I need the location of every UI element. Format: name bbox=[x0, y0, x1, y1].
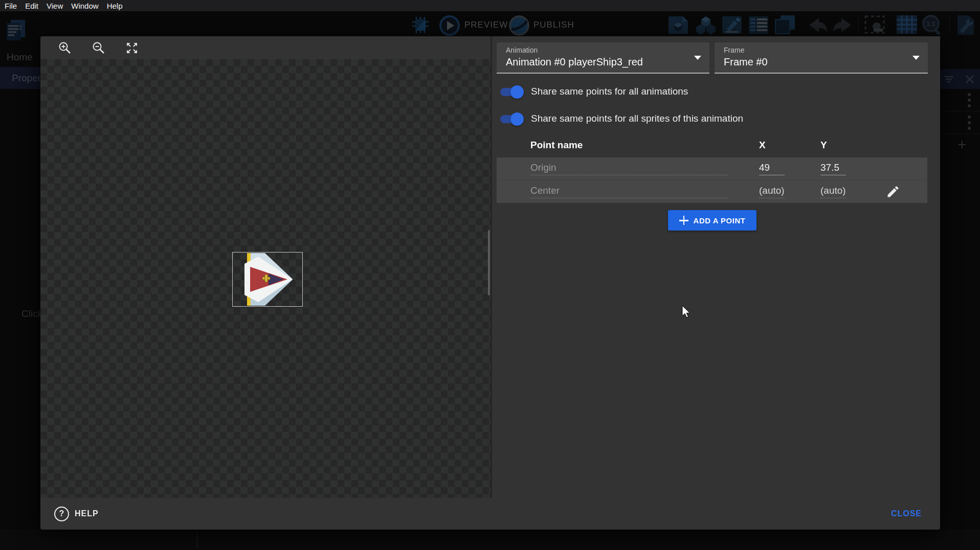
close-panel-icon[interactable] bbox=[966, 75, 974, 83]
menu-view[interactable]: View bbox=[47, 2, 63, 10]
tab-home[interactable]: Home bbox=[7, 52, 33, 63]
preview-play-icon[interactable] bbox=[439, 15, 460, 36]
edit-points-dialog: Animation Animation #0 playerShip3_red F… bbox=[40, 36, 940, 530]
menu-bar: File Edit View Window Help bbox=[0, 0, 980, 11]
point-name-field[interactable]: Center bbox=[530, 185, 728, 198]
status-bar: 677;299 bbox=[0, 530, 980, 550]
filter-icon[interactable] bbox=[944, 76, 953, 83]
object-icon[interactable] bbox=[667, 15, 689, 35]
edit-point-icon[interactable] bbox=[886, 185, 900, 199]
column-y: Y bbox=[820, 140, 827, 151]
frame-select[interactable]: Frame Frame #0 bbox=[715, 42, 928, 74]
share-points-animations-toggle[interactable] bbox=[500, 87, 522, 97]
animation-select[interactable]: Animation Animation #0 playerShip3_red bbox=[497, 42, 709, 74]
add-a-point-label: ADD A POINT bbox=[694, 216, 746, 225]
svg-text:1:1: 1:1 bbox=[926, 20, 936, 28]
animation-select-value: Animation #0 playerShip3_red bbox=[506, 56, 643, 68]
point-x-field[interactable]: (auto) bbox=[759, 185, 785, 198]
grid-icon[interactable] bbox=[896, 15, 918, 34]
add-icon bbox=[679, 216, 688, 225]
menu-window[interactable]: Window bbox=[71, 2, 98, 10]
point-x-field[interactable]: 49 bbox=[759, 162, 785, 175]
redo-icon[interactable] bbox=[832, 15, 855, 35]
list-icon[interactable] bbox=[748, 15, 769, 35]
frame-select-value: Frame #0 bbox=[724, 56, 768, 68]
mouse-cursor bbox=[682, 306, 692, 319]
table-row-center: Center (auto) (auto) bbox=[497, 180, 927, 203]
column-point-name: Point name bbox=[530, 140, 583, 151]
dialog-footer: ? HELP CLOSE bbox=[40, 498, 940, 530]
add-item-icon[interactable]: + bbox=[957, 137, 967, 152]
kebab-menu-icon[interactable] bbox=[968, 116, 971, 130]
point-name-field[interactable]: Origin bbox=[530, 162, 728, 175]
table-row-origin: Origin 49 37.5 bbox=[497, 157, 927, 180]
preview-button[interactable]: PREVIEW bbox=[464, 20, 508, 30]
tools-icon[interactable] bbox=[953, 14, 976, 36]
publish-globe-icon[interactable] bbox=[508, 15, 530, 36]
panel-row bbox=[940, 89, 980, 111]
objects-group-icon[interactable] bbox=[695, 15, 717, 35]
panel-row bbox=[940, 111, 980, 134]
fit-view-icon[interactable] bbox=[125, 41, 139, 55]
tab-properties-label: Proper bbox=[12, 73, 41, 84]
panel-header bbox=[940, 69, 980, 89]
selection-icon[interactable] bbox=[864, 15, 885, 34]
point-y-field[interactable]: (auto) bbox=[820, 185, 846, 198]
points-panel: Animation Animation #0 playerShip3_red F… bbox=[492, 36, 940, 498]
point-y-field[interactable]: 37.5 bbox=[820, 162, 846, 175]
publish-button[interactable]: PUBLISH bbox=[533, 20, 574, 30]
chevron-down-icon bbox=[694, 56, 701, 60]
properties-hint-text: Click bbox=[21, 308, 42, 319]
transparent-canvas[interactable] bbox=[40, 59, 491, 498]
menu-edit[interactable]: Edit bbox=[25, 2, 38, 10]
toggle-label: Share same points for all animations bbox=[531, 86, 688, 97]
zoom-out-icon[interactable] bbox=[92, 41, 105, 55]
zoom-1-1-icon[interactable]: 1:1 bbox=[921, 14, 944, 36]
canvas-toolbar bbox=[40, 36, 491, 59]
animation-select-label: Animation bbox=[506, 46, 538, 54]
sprite-selection-box bbox=[232, 252, 303, 307]
scene-events-icon[interactable] bbox=[5, 19, 26, 41]
frame-select-label: Frame bbox=[724, 46, 744, 54]
debug-icon[interactable] bbox=[412, 16, 433, 34]
column-x: X bbox=[759, 140, 766, 151]
origin-point-marker[interactable] bbox=[262, 274, 271, 283]
layers-icon[interactable] bbox=[773, 14, 796, 35]
menu-help[interactable]: Help bbox=[107, 2, 123, 10]
menu-file[interactable]: File bbox=[5, 2, 17, 10]
help-button[interactable]: ? HELP bbox=[51, 506, 102, 522]
question-icon: ? bbox=[54, 507, 69, 521]
close-button[interactable]: CLOSE bbox=[888, 509, 925, 519]
sprite-canvas bbox=[40, 36, 492, 498]
points-table-header: Point name X Y bbox=[497, 140, 927, 153]
edit-scene-icon[interactable] bbox=[721, 15, 743, 35]
chevron-down-icon bbox=[912, 56, 920, 60]
canvas-scrollbar[interactable] bbox=[488, 230, 490, 295]
undo-icon[interactable] bbox=[805, 15, 829, 35]
share-points-sprites-toggle[interactable] bbox=[500, 114, 522, 124]
kebab-menu-icon[interactable] bbox=[968, 93, 971, 107]
toggle-label: Share same points for all sprites of thi… bbox=[531, 113, 743, 124]
zoom-in-icon[interactable] bbox=[58, 41, 72, 55]
add-a-point-button[interactable]: ADD A POINT bbox=[668, 210, 756, 231]
help-label: HELP bbox=[75, 509, 99, 518]
